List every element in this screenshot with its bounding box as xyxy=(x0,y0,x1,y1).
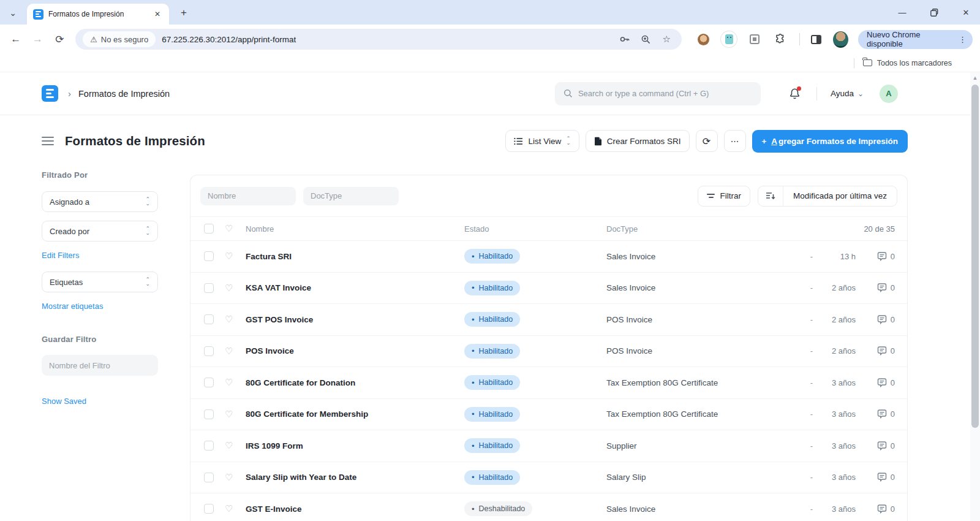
scroll-up-icon[interactable]: ▲ xyxy=(970,75,980,81)
row-comments: 0 xyxy=(856,504,895,514)
heart-icon[interactable]: ♡ xyxy=(225,314,246,325)
table-row[interactable]: ♡ GST POS Invoice •Habilitado POS Invoic… xyxy=(190,304,907,336)
select-all-checkbox[interactable] xyxy=(204,224,214,234)
global-search-input[interactable]: Search or type a command (Ctrl + G) xyxy=(555,82,761,105)
row-checkbox[interactable] xyxy=(204,283,214,293)
heart-icon[interactable]: ♡ xyxy=(225,251,246,262)
browser-tab[interactable]: Formatos de Impresión ✕ xyxy=(27,4,169,25)
heart-icon[interactable]: ♡ xyxy=(225,503,246,514)
forward-button[interactable]: → xyxy=(29,30,47,48)
row-name-link[interactable]: Salary Slip with Year to Date xyxy=(246,473,464,482)
table-row[interactable]: ♡ 80G Certificate for Membership •Habili… xyxy=(190,399,907,431)
table-row[interactable]: ♡ IRS 1099 Form •Habilitado Supplier - 3… xyxy=(190,430,907,462)
reload-button[interactable]: ⟳ xyxy=(51,30,68,48)
heart-icon[interactable]: ♡ xyxy=(225,472,246,483)
more-actions-button[interactable]: ⋯ xyxy=(724,130,746,152)
erpnext-logo-icon[interactable] xyxy=(42,85,58,102)
filter-name-input[interactable] xyxy=(42,355,158,376)
refresh-button[interactable]: ⟳ xyxy=(696,130,718,152)
row-checkbox[interactable] xyxy=(204,409,214,419)
row-name-link[interactable]: IRS 1099 Form xyxy=(246,441,464,451)
created-by-select[interactable]: Creado por ⌃⌄ xyxy=(42,221,158,241)
heart-icon[interactable]: ♡ xyxy=(225,440,246,451)
table-row[interactable]: ♡ POS Invoice •Habilitado POS Invoice - … xyxy=(190,336,907,368)
row-name-link[interactable]: 80G Certificate for Membership xyxy=(246,409,464,419)
close-window-button[interactable]: ✕ xyxy=(958,4,974,20)
row-checkbox[interactable] xyxy=(204,346,214,356)
monkey-extension-icon[interactable] xyxy=(695,31,711,47)
comment-icon xyxy=(877,473,887,482)
table-row[interactable]: ♡ 80G Certificate for Donation •Habilita… xyxy=(190,367,907,399)
chrome-update-button[interactable]: Nuevo Chrome disponible ⋮ xyxy=(858,30,973,49)
notifications-button[interactable] xyxy=(789,88,801,100)
extensions-puzzle-icon[interactable] xyxy=(772,31,788,47)
row-name-link[interactable]: 80G Certificate for Donation xyxy=(246,378,464,387)
row-checkbox[interactable] xyxy=(204,441,214,451)
all-bookmarks-button[interactable]: Todos los marcadores xyxy=(877,59,952,67)
row-checkbox[interactable] xyxy=(204,378,214,387)
bot-extension-icon[interactable] xyxy=(721,31,737,47)
filter-icon xyxy=(707,194,715,198)
tags-label: Etiquetas xyxy=(50,278,83,287)
row-name-link[interactable]: GST E-Invoice xyxy=(246,504,464,514)
side-panel-icon[interactable] xyxy=(809,31,823,47)
tags-select[interactable]: Etiquetas ⌃⌄ xyxy=(42,272,158,292)
table-row[interactable]: ♡ Factura SRI •Habilitado Sales Invoice … xyxy=(190,241,907,273)
browser-window: ⌄ Formatos de Impresión ✕ + — ✕ ← → ⟳ ⚠ xyxy=(0,0,980,521)
row-checkbox[interactable] xyxy=(204,251,214,261)
help-menu[interactable]: Ayuda ⌄ xyxy=(831,89,864,98)
list-count[interactable]: 20 de 35 xyxy=(788,224,895,234)
password-key-icon[interactable] xyxy=(617,31,633,47)
table-row[interactable]: ♡ GST E-Invoice •Deshabilitado Sales Inv… xyxy=(190,493,907,521)
browser-profile-avatar[interactable] xyxy=(833,31,848,48)
heart-icon[interactable]: ♡ xyxy=(225,223,246,234)
page-scrollbar[interactable]: ▲ xyxy=(970,72,980,521)
row-checkbox[interactable] xyxy=(204,504,214,514)
sort-icon[interactable] xyxy=(758,192,783,200)
security-chip[interactable]: ⚠ No es seguro xyxy=(83,31,156,47)
edit-filters-link[interactable]: Edit Filters xyxy=(42,251,79,260)
table-row[interactable]: ♡ KSA VAT Invoice •Habilitado Sales Invo… xyxy=(190,273,907,305)
row-checkbox[interactable] xyxy=(204,314,214,324)
restore-button[interactable] xyxy=(926,4,942,20)
user-avatar[interactable]: A xyxy=(880,85,898,103)
row-name-link[interactable]: Factura SRI xyxy=(246,252,464,261)
tab-search-button[interactable]: ⌄ xyxy=(5,5,21,21)
name-filter-input[interactable] xyxy=(200,187,296,205)
sort-control[interactable]: Modificada por última vez xyxy=(758,186,897,207)
bookmarks-separator xyxy=(854,58,854,68)
row-name-link[interactable]: POS Invoice xyxy=(246,346,464,356)
row-checkbox[interactable] xyxy=(204,473,214,482)
filter-button[interactable]: Filtrar xyxy=(698,186,750,207)
show-tags-link[interactable]: Mostrar etiquetas xyxy=(42,302,103,311)
tab-close-icon[interactable]: ✕ xyxy=(152,9,163,20)
table-row[interactable]: ♡ Salary Slip with Year to Date •Habilit… xyxy=(190,462,907,494)
add-print-format-button[interactable]: + Agregar Formatos de Impresión xyxy=(752,130,908,153)
breadcrumb[interactable]: Formatos de Impresión xyxy=(78,89,170,99)
heart-icon[interactable]: ♡ xyxy=(225,377,246,388)
heart-icon[interactable]: ♡ xyxy=(225,283,246,294)
browser-menu-icon[interactable]: ⋮ xyxy=(956,35,969,44)
create-sri-button[interactable]: Crear Formatos SRI xyxy=(586,130,690,152)
heart-icon[interactable]: ♡ xyxy=(225,409,246,420)
minimize-button[interactable]: — xyxy=(894,4,910,20)
url-text[interactable]: 67.225.226.30:2012/app/print-format xyxy=(162,35,612,44)
show-saved-link[interactable]: Show Saved xyxy=(42,397,86,406)
sort-field-label[interactable]: Modificada por última vez xyxy=(783,186,897,206)
address-bar[interactable]: ⚠ No es seguro 67.225.226.30:2012/app/pr… xyxy=(75,29,682,50)
bookmark-star-icon[interactable]: ☆ xyxy=(658,31,674,47)
assigned-to-select[interactable]: Asignado a ⌃⌄ xyxy=(42,191,158,212)
heart-icon[interactable]: ♡ xyxy=(225,346,246,357)
screenshot-extension-icon[interactable] xyxy=(747,31,763,47)
sidebar-toggle-icon[interactable] xyxy=(42,137,54,145)
row-name-link[interactable]: KSA VAT Invoice xyxy=(246,283,464,292)
list-view-selector[interactable]: List View ⌃⌄ xyxy=(505,130,579,152)
scrollbar-thumb[interactable] xyxy=(971,85,979,428)
row-name-link[interactable]: GST POS Invoice xyxy=(246,315,464,324)
new-tab-button[interactable]: + xyxy=(176,6,191,20)
back-button[interactable]: ← xyxy=(7,30,24,48)
doctype-filter-input[interactable] xyxy=(303,187,399,205)
list-icon xyxy=(514,137,523,145)
filtered-by-label: Filtrado Por xyxy=(42,170,158,180)
zoom-icon[interactable] xyxy=(638,31,654,47)
